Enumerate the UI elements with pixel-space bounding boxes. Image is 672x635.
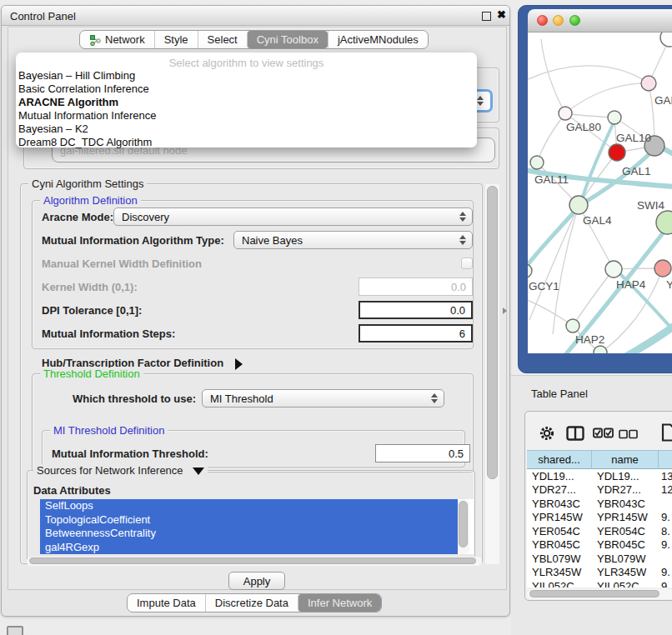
network-edge[interactable] [541, 39, 565, 113]
tab-select[interactable]: Select [198, 31, 247, 48]
network-edge[interactable] [528, 66, 649, 83]
algorithm-option-mutual-information-inference[interactable]: Mutual Information Inference [16, 109, 477, 122]
network-node-salmon-node[interactable] [654, 260, 671, 277]
algorithm-option-basic-correlation-inference[interactable]: Basic Correlation Inference [16, 82, 477, 96]
tab-discretize-data[interactable]: Discretize Data [205, 594, 298, 612]
attribute-topologicalcoefficient[interactable]: TopologicalCoefficient [40, 513, 458, 528]
tab-label: Discretize Data [215, 597, 288, 609]
zoom-window-icon[interactable] [569, 15, 580, 26]
tab-cyni-toolbox[interactable]: Cyni Toolbox [247, 31, 328, 48]
table-row[interactable]: YBL079WYBL079W [527, 552, 672, 566]
mi-threshold-field[interactable]: 0.5 [375, 444, 470, 462]
table-row[interactable]: YDL19...YDL19...13 [527, 469, 672, 483]
algorithm-option-bayesian-k2[interactable]: Bayesian – K2 [16, 122, 477, 136]
settings-hscrollbar-thumb[interactable] [29, 558, 476, 564]
network-node-swi4[interactable] [656, 211, 672, 234]
node-label: HAP2 [575, 333, 604, 346]
network-node-hap4[interactable] [605, 261, 622, 278]
attribute-betweennesscentrality[interactable]: BetweennessCentrality [40, 527, 458, 541]
network-edge[interactable] [621, 318, 672, 353]
kernel-width-field[interactable]: 0.0 [359, 278, 473, 296]
close-window-icon[interactable] [537, 15, 548, 26]
float-window-icon[interactable] [482, 12, 491, 21]
mi-algorithm-type-combo[interactable]: Naive Bayes [233, 231, 473, 249]
table-row[interactable]: YLR345WYLR345W9. [527, 566, 672, 580]
algorithm-option-aracne-algorithm[interactable]: ARACNE Algorithm [16, 96, 477, 109]
table-body: YDL19...YDL19...13YDR27...YDR27...12YBR0… [527, 469, 672, 588]
algorithm-option-dream8-dc-tdc-algorithm[interactable]: Dream8 DC_TDC Algorithm [16, 136, 477, 149]
network-node-gal11[interactable] [530, 156, 544, 169]
network-view-window[interactable]: GALGAL80GAL10GAL1GAL11GAL4SWI4GCY1HAP4YH… [518, 5, 672, 373]
minimize-window-icon[interactable] [553, 15, 564, 26]
kernel-width-label: Kernel Width (0,1): [42, 281, 138, 293]
table-row[interactable]: YER054CYER054C8. [527, 524, 672, 538]
columns-icon[interactable] [566, 426, 585, 445]
document-icon[interactable] [661, 423, 672, 445]
close-panel-icon[interactable]: ✖ [497, 8, 506, 21]
network-edge[interactable] [528, 205, 580, 276]
sources-expander[interactable]: Sources for Network Inference [33, 464, 208, 477]
tab-jactivemnodules[interactable]: jActiveMNodules [328, 31, 428, 48]
network-node-gcy1[interactable] [528, 264, 532, 278]
network-edge[interactable] [573, 269, 614, 326]
node-label: SWI4 [637, 199, 664, 212]
column-header-shared[interactable]: shared... [527, 450, 592, 469]
network-window-titlebar[interactable] [528, 9, 672, 32]
tab-infer-network[interactable]: Infer Network [298, 594, 381, 612]
manual-kernel-width-checkbox[interactable] [461, 258, 473, 269]
network-node-gal80[interactable] [559, 107, 572, 120]
tab-style[interactable]: Style [154, 31, 198, 48]
table-row[interactable]: YIL052CYIL052C9 [527, 579, 672, 588]
tab-network[interactable]: Network [80, 31, 154, 48]
network-node-gal10[interactable] [608, 111, 621, 124]
apply-button[interactable]: Apply [228, 572, 285, 590]
network-canvas[interactable]: GALGAL80GAL10GAL1GAL11GAL4SWI4GCY1HAP4YH… [528, 32, 672, 353]
network-edge[interactable] [537, 113, 565, 162]
tab-strip: NetworkStyleSelectCyni ToolboxjActiveMNo… [79, 30, 429, 49]
network-edge[interactable] [529, 205, 579, 320]
aracne-mode-combo[interactable]: Discovery [113, 208, 473, 226]
network-node-hap2[interactable] [566, 319, 579, 332]
network-edge[interactable] [528, 298, 573, 326]
table-row[interactable]: YDR27...YDR27...12 [527, 483, 672, 498]
table-hscrollbar-thumb[interactable] [529, 590, 659, 598]
network-node-gal1[interactable] [609, 144, 625, 161]
network-edge[interactable] [565, 83, 649, 113]
which-threshold-combo[interactable]: MI Threshold [202, 389, 444, 408]
network-edge[interactable] [565, 113, 614, 118]
mi-steps-field[interactable]: 6 [359, 324, 473, 342]
minimized-panel-icon[interactable] [7, 626, 23, 635]
gear-icon[interactable] [539, 425, 555, 445]
network-node-gal4[interactable] [569, 196, 588, 214]
attribute-gal4rgexp[interactable]: gal4RGexp [40, 541, 458, 555]
table-cell: YDL19... [592, 469, 659, 483]
dpi-tolerance-field[interactable]: 0.0 [359, 301, 473, 319]
network-node-bottom-node[interactable] [594, 346, 607, 353]
attributes-scrollbar-thumb[interactable] [459, 501, 468, 548]
table-cell [659, 552, 672, 566]
table-row[interactable]: YBR045CYBR045C9. [527, 538, 672, 552]
mi-threshold-group-title: MI Threshold Definition [50, 424, 168, 437]
table-row[interactable]: YBR043CYBR043C [527, 497, 672, 511]
column-header-name[interactable]: name [592, 450, 659, 469]
network-node-open-top-right[interactable] [660, 32, 672, 47]
tab-impute-data[interactable]: Impute Data [128, 594, 205, 612]
deselect-all-icon[interactable] [619, 428, 638, 443]
table-cell: 13 [659, 469, 672, 483]
table-cell: YBR043C [527, 497, 592, 511]
mi-steps-label: Mutual Information Steps: [42, 328, 175, 340]
column-header-a[interactable]: A [659, 450, 672, 469]
splitter-handle-icon[interactable] [503, 308, 507, 314]
algorithm-option-bayesian-hill-climbing[interactable]: Bayesian – Hill Climbing [16, 69, 477, 82]
combo-arrows-icon [431, 393, 438, 403]
attribute-selfloops[interactable]: SelfLoops [40, 499, 458, 513]
threshold-definition-title: Threshold Definition [40, 368, 143, 380]
network-node-gal-partial[interactable] [641, 76, 656, 91]
which-threshold-value: MI Threshold [210, 392, 273, 405]
table-cell: YDL19... [527, 469, 592, 483]
settings-vscrollbar-thumb[interactable] [487, 186, 498, 479]
table-cell: 9. [659, 538, 672, 552]
table-cell: YPR145W [592, 511, 659, 525]
select-all-icon[interactable] [593, 428, 614, 442]
table-row[interactable]: YPR145WYPR145W9. [527, 511, 672, 525]
